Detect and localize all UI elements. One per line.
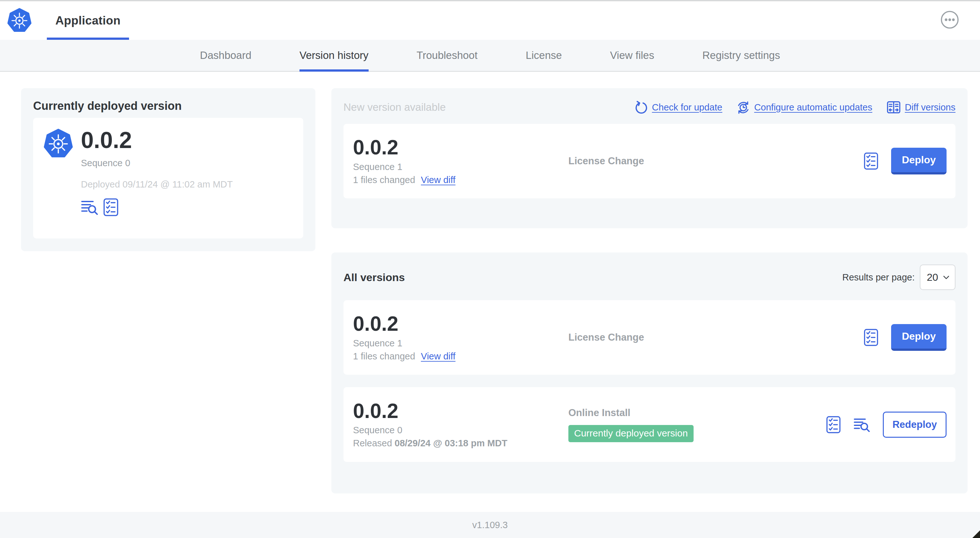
diff-icon	[886, 101, 901, 114]
app-tab-active-indicator	[47, 38, 129, 40]
released-label: Released	[353, 438, 392, 448]
version-source: Online Install	[568, 407, 826, 419]
cursor-artifact	[972, 530, 980, 538]
kubernetes-logo-icon	[7, 8, 32, 33]
version-number: 0.0.2	[353, 313, 568, 335]
tab-view-files[interactable]: View files	[610, 40, 654, 71]
version-row: 0.0.2 Sequence 1 1 files changed View di…	[344, 300, 956, 375]
app-subnav: Dashboard Version history Troubleshoot L…	[0, 40, 980, 71]
deployed-timestamp: Deployed 09/11/24 @ 11:02 am MDT	[81, 179, 233, 190]
diff-versions-link[interactable]: Diff versions	[886, 101, 956, 114]
chevron-down-icon	[942, 273, 950, 281]
currently-deployed-badge: Currently deployed version	[568, 425, 694, 442]
version-source: License Change	[568, 332, 864, 343]
results-per-page-select[interactable]: 20	[920, 265, 956, 290]
version-sequence: Sequence 0	[353, 425, 568, 435]
released-timestamp: 08/29/24 @ 03:18 pm MDT	[395, 438, 508, 448]
main-content: Currently deployed version	[0, 72, 980, 512]
preflight-checks-button[interactable]	[826, 416, 841, 433]
deploy-logs-button[interactable]	[81, 200, 98, 215]
configure-automatic-updates-link[interactable]: Configure automatic updates	[736, 100, 872, 114]
view-diff-link[interactable]: View diff	[421, 351, 456, 362]
redeploy-button[interactable]: Redeploy	[883, 412, 947, 438]
refresh-icon	[635, 101, 648, 114]
files-changed: 1 files changed	[353, 175, 415, 185]
currently-deployed-panel: Currently deployed version	[21, 88, 315, 251]
version-source: License Change	[568, 156, 864, 167]
version-sequence: Sequence 1	[353, 162, 568, 172]
kubernetes-app-icon	[43, 129, 73, 159]
version-number: 0.0.2	[353, 400, 568, 422]
app-tab[interactable]: Application	[47, 1, 129, 40]
deployed-version-card: 0.0.2 Sequence 0 Deployed 09/11/24 @ 11:…	[33, 118, 303, 238]
version-row: 0.0.2 Sequence 0 Released08/29/24 @ 03:1…	[344, 387, 956, 462]
auto-update-icon	[736, 100, 750, 114]
preflight-checks-button[interactable]	[864, 329, 878, 346]
preflight-checks-button[interactable]	[103, 198, 119, 216]
app-tab-label: Application	[56, 14, 121, 27]
all-versions-panel: All versions Results per page: 20	[331, 252, 967, 494]
view-diff-link[interactable]: View diff	[421, 175, 456, 185]
new-version-panel: New version available Check for update	[331, 88, 967, 228]
results-per-page-label: Results per page:	[842, 272, 915, 283]
preflight-checks-button[interactable]	[864, 152, 878, 170]
tab-version-history[interactable]: Version history	[299, 40, 368, 71]
new-version-title: New version available	[344, 101, 446, 113]
tab-dashboard[interactable]: Dashboard	[200, 40, 251, 71]
all-versions-title: All versions	[344, 271, 405, 284]
app-manager-version: v1.109.3	[472, 520, 508, 530]
deploy-logs-button[interactable]	[854, 417, 870, 432]
version-sequence: Sequence 1	[353, 338, 568, 349]
deploy-button[interactable]: Deploy	[891, 324, 947, 351]
tab-troubleshoot[interactable]: Troubleshoot	[417, 40, 477, 71]
overflow-menu-button[interactable]	[940, 11, 959, 29]
tab-license[interactable]: License	[526, 40, 562, 71]
deployed-version-number: 0.0.2	[81, 129, 233, 152]
window-top-edge	[0, 0, 980, 1]
new-version-card: 0.0.2 Sequence 1 1 files changed View di…	[344, 124, 956, 198]
deployed-sequence: Sequence 0	[81, 158, 233, 168]
check-for-update-link[interactable]: Check for update	[635, 101, 722, 114]
page-footer: v1.109.3	[0, 512, 980, 538]
results-per-page-value: 20	[927, 271, 938, 283]
files-changed: 1 files changed	[353, 351, 415, 362]
app-header: Application	[0, 1, 980, 40]
version-number: 0.0.2	[353, 137, 568, 158]
app-window: Application Dashboard Version history Tr…	[0, 0, 980, 538]
deploy-button[interactable]: Deploy	[891, 148, 947, 175]
currently-deployed-title: Currently deployed version	[33, 99, 303, 113]
tab-registry-settings[interactable]: Registry settings	[702, 40, 780, 71]
